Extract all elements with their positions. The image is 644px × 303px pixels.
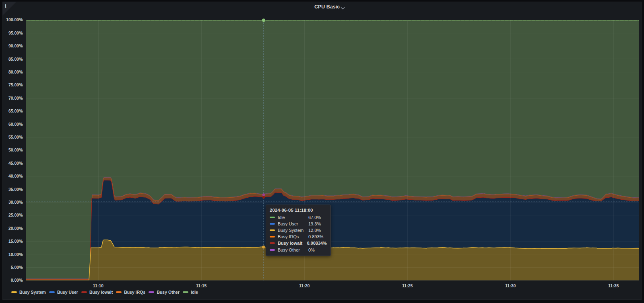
svg-text:25.00%: 25.00% bbox=[8, 213, 23, 217]
svg-text:100.00%: 100.00% bbox=[6, 17, 23, 22]
svg-text:5.00%: 5.00% bbox=[11, 265, 23, 270]
svg-text:70.00%: 70.00% bbox=[8, 96, 23, 100]
svg-text:65.00%: 65.00% bbox=[8, 109, 23, 113]
svg-text:40.00%: 40.00% bbox=[8, 174, 23, 178]
svg-text:75.00%: 75.00% bbox=[8, 82, 23, 87]
svg-text:11:15: 11:15 bbox=[196, 283, 206, 288]
svg-text:60.00%: 60.00% bbox=[8, 122, 23, 127]
svg-text:20.00%: 20.00% bbox=[8, 226, 23, 231]
svg-text:0.00%: 0.00% bbox=[11, 278, 23, 283]
svg-text:30.00%: 30.00% bbox=[8, 200, 23, 205]
svg-text:85.00%: 85.00% bbox=[8, 57, 23, 61]
svg-text:95.00%: 95.00% bbox=[8, 31, 23, 35]
svg-text:50.00%: 50.00% bbox=[8, 147, 23, 152]
svg-text:11:35: 11:35 bbox=[608, 283, 619, 288]
svg-text:90.00%: 90.00% bbox=[8, 43, 23, 48]
svg-text:55.00%: 55.00% bbox=[8, 135, 23, 139]
svg-text:11:30: 11:30 bbox=[505, 283, 516, 288]
svg-text:80.00%: 80.00% bbox=[8, 70, 23, 74]
svg-text:45.00%: 45.00% bbox=[8, 161, 23, 166]
svg-text:11:20: 11:20 bbox=[299, 283, 310, 288]
svg-text:15.00%: 15.00% bbox=[8, 239, 23, 244]
svg-text:11:10: 11:10 bbox=[93, 283, 103, 288]
svg-text:11:25: 11:25 bbox=[402, 283, 413, 288]
svg-text:10.00%: 10.00% bbox=[8, 252, 23, 257]
svg-text:35.00%: 35.00% bbox=[8, 187, 23, 192]
